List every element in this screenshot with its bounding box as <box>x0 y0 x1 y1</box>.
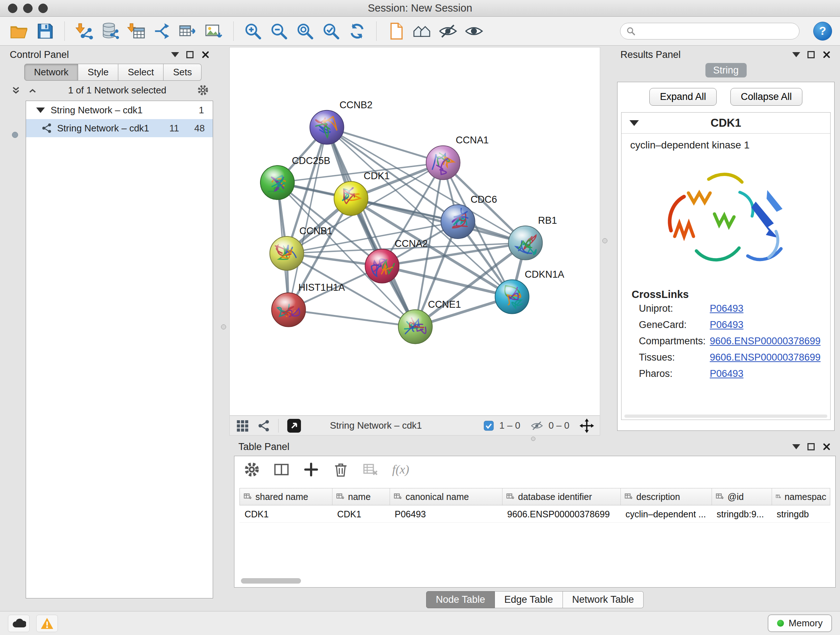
import-network-database-button[interactable] <box>99 19 121 43</box>
string-tab[interactable]: String <box>706 63 747 78</box>
move-crosshair-icon[interactable] <box>579 418 594 433</box>
zoom-fit-button[interactable] <box>294 19 316 43</box>
zoom-in-button[interactable] <box>242 19 264 43</box>
tab-style[interactable]: Style <box>78 64 118 81</box>
new-network-button[interactable] <box>151 19 173 43</box>
column-header[interactable]: description <box>621 488 712 505</box>
import-network-file-button[interactable] <box>73 19 95 43</box>
eye-icon <box>464 22 484 41</box>
network-collection-row[interactable]: String Network – cdk1 1 <box>26 101 213 119</box>
document-icon <box>386 22 406 41</box>
column-header[interactable]: namespac <box>772 488 830 505</box>
export-table-icon <box>178 22 198 41</box>
crosslink-link[interactable]: 9606.ENSP00000378699 <box>710 352 821 363</box>
network-row-selected[interactable]: String Network – cdk1 11 48 <box>26 119 213 137</box>
collapse-all-button[interactable]: Collapse All <box>730 88 802 106</box>
hide-selected-button[interactable] <box>437 19 459 43</box>
zoom-out-button[interactable] <box>268 19 290 43</box>
save-session-button[interactable] <box>34 19 57 43</box>
help-button[interactable]: ? <box>813 22 832 41</box>
column-header[interactable]: shared name <box>240 488 332 505</box>
bottom-splitter-handle[interactable] <box>531 437 535 441</box>
search-box[interactable] <box>620 23 799 40</box>
tab-edge-table[interactable]: Edge Table <box>495 591 563 608</box>
column-header[interactable]: @id <box>712 488 772 505</box>
cell-description[interactable]: cyclin–dependent ... <box>621 505 712 523</box>
tab-network[interactable]: Network <box>24 64 78 81</box>
memory-button[interactable]: Memory <box>767 614 832 632</box>
tab-network-table[interactable]: Network Table <box>563 591 644 608</box>
panel-menu-icon[interactable] <box>792 52 800 57</box>
panel-float-icon[interactable] <box>807 51 815 58</box>
crosslink-link[interactable]: 9606.ENSP00000378699 <box>710 336 821 347</box>
function-builder-button[interactable]: f(x) <box>392 463 409 477</box>
cell-namespace[interactable]: stringdb <box>772 505 829 523</box>
close-window-button[interactable] <box>8 4 17 13</box>
column-header[interactable]: name <box>332 488 390 505</box>
panel-close-icon[interactable] <box>822 442 831 451</box>
minimize-window-button[interactable] <box>23 4 33 13</box>
current-network-dot <box>12 132 18 138</box>
protein-card: CDK1 cyclin–dependent kinase 1 CrossLink… <box>621 112 831 420</box>
zoom-selected-button[interactable] <box>320 19 342 43</box>
delete-column-trash-icon[interactable] <box>333 462 349 478</box>
cell-shared-name[interactable]: CDK1 <box>240 505 332 523</box>
detach-view-button[interactable] <box>286 418 302 433</box>
cloud-status-button[interactable] <box>8 615 30 632</box>
left-splitter-handle[interactable] <box>221 325 226 329</box>
panel-menu-icon[interactable] <box>171 52 179 57</box>
birds-eye-view-button[interactable] <box>411 19 433 43</box>
right-splitter-handle[interactable] <box>602 238 607 243</box>
search-input[interactable] <box>639 25 793 36</box>
expand-all-tree-icon[interactable] <box>11 86 21 95</box>
toolbar-separator <box>233 21 234 41</box>
export-image-button[interactable] <box>203 19 225 43</box>
table-row[interactable]: CDK1 CDK1 P06493 9606.ENSP00000378699 cy… <box>240 505 830 523</box>
table-gear-icon[interactable] <box>244 462 260 478</box>
gear-icon[interactable] <box>197 84 209 96</box>
split-panel-icon[interactable] <box>273 462 289 478</box>
open-session-button[interactable] <box>8 19 30 43</box>
panel-float-icon[interactable] <box>186 51 194 58</box>
cell-database-identifier[interactable]: 9606.ENSP00000378699 <box>502 505 621 523</box>
table-horizontal-scrollbar[interactable] <box>241 578 301 584</box>
add-column-icon[interactable] <box>303 462 319 478</box>
tab-select[interactable]: Select <box>118 64 164 81</box>
crosslink-link[interactable]: P06493 <box>710 303 744 314</box>
tab-sets[interactable]: Sets <box>164 64 202 81</box>
zoom-window-button[interactable] <box>38 4 48 13</box>
grid-view-button[interactable] <box>235 419 249 432</box>
collection-expander-icon[interactable] <box>36 108 45 113</box>
svg-text:CCNB2: CCNB2 <box>339 100 372 111</box>
panel-float-icon[interactable] <box>807 443 815 450</box>
network-view-canvas[interactable]: CCNB2CCNA1CDC25BCDK1CDC6RB1CCNB1CCNA2CDK… <box>229 47 600 416</box>
import-table-file-button[interactable] <box>125 19 147 43</box>
panel-menu-icon[interactable] <box>792 444 800 449</box>
eye-slash-icon <box>438 22 458 41</box>
expand-all-button[interactable]: Expand All <box>649 88 717 106</box>
network-view-title: String Network – cdk1 <box>330 420 422 431</box>
panel-close-icon[interactable] <box>822 50 831 59</box>
collapse-all-tree-icon[interactable] <box>28 86 37 95</box>
selected-checkbox-icon[interactable] <box>483 420 494 431</box>
export-table-button[interactable] <box>177 19 199 43</box>
hidden-eye-slash-icon[interactable] <box>531 420 543 431</box>
tab-node-table[interactable]: Node Table <box>426 591 495 608</box>
copy-view-button[interactable] <box>385 19 407 43</box>
apply-layout-button[interactable] <box>346 19 368 43</box>
network-list-button[interactable] <box>257 419 270 432</box>
cell-name[interactable]: CDK1 <box>332 505 390 523</box>
card-expander-icon[interactable] <box>630 120 639 126</box>
protein-card-header[interactable]: CDK1 <box>622 112 830 134</box>
crosslink-link[interactable]: P06493 <box>710 368 744 379</box>
show-all-button[interactable] <box>463 19 485 43</box>
memory-status-dot <box>777 620 784 627</box>
warnings-button[interactable] <box>36 615 58 632</box>
results-horizontal-scrollbar[interactable] <box>624 415 827 418</box>
crosslink-link[interactable]: P06493 <box>710 319 744 331</box>
cell-canonical-name[interactable]: P06493 <box>390 505 502 523</box>
column-header[interactable]: canonical name <box>390 488 502 505</box>
column-header[interactable]: database identifier <box>502 488 621 505</box>
cell-id[interactable]: stringdb:9... <box>712 505 772 523</box>
panel-close-icon[interactable] <box>201 50 210 59</box>
